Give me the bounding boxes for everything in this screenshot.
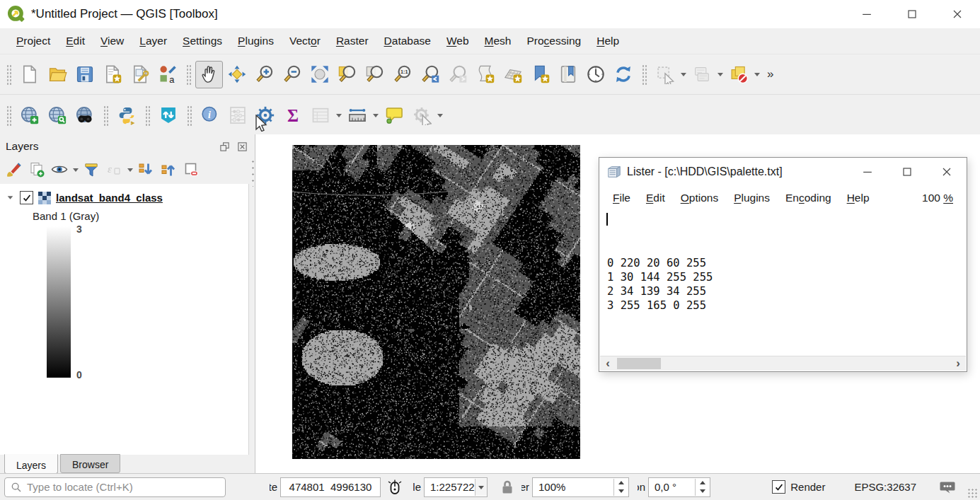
- deselect-all-layers-dropdown-arrow[interactable]: [752, 62, 761, 88]
- menu-edit[interactable]: Edit: [58, 30, 93, 52]
- expander-icon[interactable]: [6, 193, 15, 202]
- filter-legend-button[interactable]: [80, 158, 103, 181]
- toolbar-grip-handle[interactable]: [103, 105, 108, 126]
- filter-expression-button[interactable]: ε: [103, 158, 125, 181]
- select-features-dropdown-arrow[interactable]: [679, 62, 688, 88]
- temporal-controller-button[interactable]: [582, 61, 609, 88]
- collapse-all-button[interactable]: [157, 158, 180, 181]
- deselect-all-layers-button[interactable]: [725, 61, 752, 88]
- menu-mesh[interactable]: Mesh: [477, 30, 519, 52]
- osm-binoculars-globe-button[interactable]: [71, 101, 98, 129]
- zoom-next-button[interactable]: [444, 61, 471, 88]
- run-feature-action-dropdown-arrow[interactable]: [435, 102, 444, 128]
- close-button[interactable]: [927, 159, 967, 185]
- menu-help[interactable]: Help: [589, 30, 627, 52]
- toolbar-grip-handle[interactable]: [186, 105, 192, 126]
- toggle-extents-button[interactable]: [386, 479, 403, 496]
- open-layer-styling-button[interactable]: [3, 158, 25, 181]
- scroll-right-icon[interactable]: ›: [950, 357, 966, 370]
- menu-plugins[interactable]: Plugins: [230, 30, 282, 52]
- menu-file[interactable]: File: [605, 188, 638, 208]
- layer-visibility-checkbox[interactable]: [20, 191, 33, 204]
- field-calculator-button[interactable]: [224, 101, 251, 129]
- select-features-button[interactable]: [651, 61, 679, 88]
- menu-layer[interactable]: Layer: [132, 30, 175, 52]
- spin-up-icon[interactable]: [614, 479, 628, 487]
- minimize-button[interactable]: [848, 159, 887, 185]
- menu-plugins[interactable]: Plugins: [726, 188, 778, 208]
- measure-line-dropdown-arrow[interactable]: [371, 102, 380, 128]
- map-canvas[interactable]: [292, 145, 580, 459]
- window-resize-grip[interactable]: [967, 488, 979, 498]
- filter-expression-dropdown-arrow[interactable]: [125, 157, 134, 183]
- lock-scale-button[interactable]: [499, 479, 516, 496]
- remove-layer-button[interactable]: [180, 158, 202, 181]
- updown-arrows-plugin-button[interactable]: [154, 101, 182, 129]
- spin-down-icon[interactable]: [696, 487, 710, 496]
- chevron-down-icon[interactable]: [475, 479, 487, 496]
- new-spatial-bookmark-button[interactable]: [526, 61, 554, 88]
- layer-name[interactable]: landsat_band4_class: [56, 192, 163, 204]
- menu-options[interactable]: Options: [673, 188, 726, 208]
- maximize-button[interactable]: [887, 159, 927, 185]
- layer-tree-item[interactable]: landsat_band4_class: [0, 184, 248, 204]
- save-project-button[interactable]: [71, 61, 98, 88]
- identify-features-button[interactable]: i: [196, 101, 224, 129]
- zoom-to-layer-button[interactable]: [333, 61, 361, 88]
- expand-all-button[interactable]: [134, 158, 157, 181]
- map-tips-button[interactable]: [380, 101, 408, 129]
- zoom-to-selection-button[interactable]: [361, 61, 388, 88]
- float-panel-button[interactable]: [217, 140, 231, 153]
- toolbar-grip-handle[interactable]: [6, 64, 11, 85]
- maximize-button[interactable]: [889, 0, 935, 28]
- toolbar-grip-handle[interactable]: [144, 105, 150, 126]
- menu-database[interactable]: Database: [376, 30, 439, 52]
- toolbar-grip-handle[interactable]: [185, 64, 191, 85]
- menu-encoding[interactable]: Encoding: [778, 188, 839, 208]
- show-spatial-bookmarks-button[interactable]: [554, 61, 582, 88]
- zoom-native-button[interactable]: 1:1: [388, 61, 416, 88]
- zoom-last-button[interactable]: [416, 61, 444, 88]
- show-layout-manager-button[interactable]: [126, 61, 154, 88]
- menu-settings[interactable]: Settings: [175, 30, 230, 52]
- manage-map-themes-button[interactable]: [48, 158, 71, 181]
- lister-horizontal-scrollbar[interactable]: ‹ ›: [600, 356, 966, 371]
- scroll-left-icon[interactable]: ‹: [600, 357, 616, 370]
- locator-search-input[interactable]: Type to locate (Ctrl+K): [4, 477, 226, 497]
- manage-map-themes-dropdown-arrow[interactable]: [71, 157, 80, 183]
- scrollbar-thumb[interactable]: [617, 358, 661, 369]
- measure-line-button[interactable]: [343, 101, 371, 129]
- tab-browser[interactable]: Browser: [60, 454, 120, 473]
- quickmap-search-globe-button[interactable]: [43, 101, 71, 129]
- menu-vector[interactable]: Vector: [282, 30, 328, 52]
- spin-down-icon[interactable]: [614, 487, 628, 496]
- menu-edit[interactable]: Edit: [638, 188, 673, 208]
- minimize-button[interactable]: [844, 0, 889, 28]
- select-by-value-dropdown-arrow[interactable]: [715, 62, 725, 88]
- open-project-button[interactable]: [43, 61, 71, 88]
- close-panel-button[interactable]: [235, 140, 249, 153]
- zoom-out-button[interactable]: [278, 61, 306, 88]
- menu-web[interactable]: Web: [439, 30, 477, 52]
- menu-project[interactable]: Project: [8, 30, 58, 52]
- style-manager-button[interactable]: a: [154, 61, 181, 88]
- toolbar-overflow-button[interactable]: »: [763, 67, 778, 81]
- toolbar-grip-handle[interactable]: [641, 64, 647, 85]
- statistical-summary-button[interactable]: Σ: [279, 101, 306, 129]
- menu-processing[interactable]: Processing: [519, 30, 589, 52]
- close-button[interactable]: [935, 0, 980, 28]
- panel-splitter-handle[interactable]: [250, 157, 255, 187]
- new-map-view-button[interactable]: [471, 61, 499, 88]
- coordinate-input[interactable]: 474801 4996130: [280, 477, 381, 497]
- render-checkbox[interactable]: [772, 480, 785, 494]
- attribute-table-dropdown-arrow[interactable]: [334, 102, 343, 128]
- refresh-map-button[interactable]: [609, 61, 637, 88]
- crs-status-button[interactable]: EPSG:32637: [851, 481, 916, 493]
- new-3d-map-view-button[interactable]: [499, 61, 526, 88]
- pan-to-selection-button[interactable]: [223, 61, 250, 88]
- quickmap-add-globe-button[interactable]: [16, 101, 43, 129]
- messages-button[interactable]: [939, 479, 956, 496]
- pan-map-button[interactable]: [195, 61, 223, 88]
- attribute-table-button[interactable]: [306, 101, 334, 129]
- menu-view[interactable]: View: [93, 30, 132, 52]
